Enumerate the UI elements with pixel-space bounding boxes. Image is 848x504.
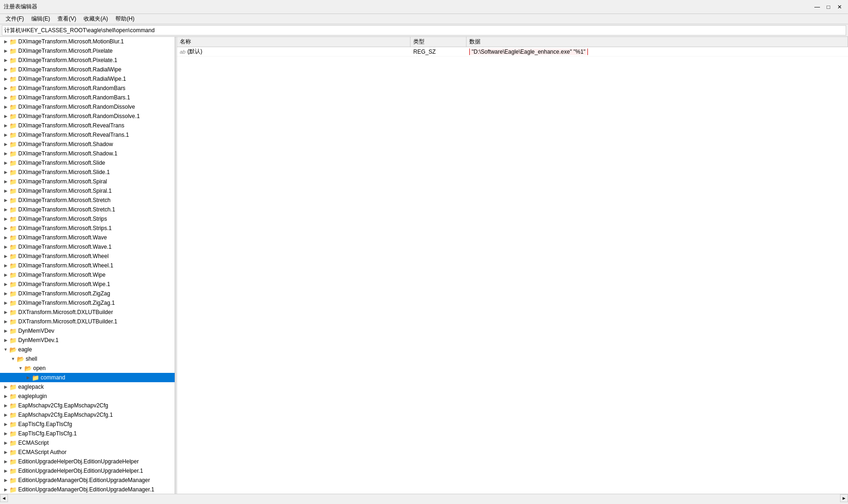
expand-icon[interactable]: ▶ bbox=[2, 140, 9, 148]
tree-item[interactable]: ▶📁DXImageTransform.Microsoft.Strips.1 bbox=[0, 224, 175, 233]
expand-icon[interactable]: ▶ bbox=[2, 47, 9, 55]
expand-icon[interactable]: ▶ bbox=[2, 66, 9, 73]
scroll-right-button[interactable]: ► bbox=[840, 494, 848, 502]
expand-icon[interactable]: ▶ bbox=[2, 280, 9, 288]
menu-favorites[interactable]: 收藏夹(A) bbox=[80, 14, 112, 24]
expand-icon[interactable]: ▶ bbox=[2, 38, 9, 45]
expand-icon[interactable]: ▶ bbox=[2, 271, 9, 279]
tree-item[interactable]: ▶📁DXTransform.Microsoft.DXLUTBuilder.1 bbox=[0, 317, 175, 326]
tree-item[interactable]: ▶📁DXImageTransform.Microsoft.Stretch.1 bbox=[0, 205, 175, 214]
expand-icon[interactable]: ▶ bbox=[2, 411, 9, 419]
bottom-scroll-bar[interactable]: ◄ ► bbox=[0, 494, 848, 502]
expand-icon[interactable]: ▶ bbox=[2, 187, 9, 195]
expand-icon[interactable]: ▶ bbox=[2, 131, 9, 139]
tree-item[interactable]: ▶📁DXImageTransform.Microsoft.Wipe bbox=[0, 270, 175, 280]
tree-item[interactable]: ▶📁EapTlsCfg.EapTlsCfg.1 bbox=[0, 429, 175, 438]
tree-item[interactable]: ▶📁DXImageTransform.Microsoft.Stretch bbox=[0, 196, 175, 205]
tree-item[interactable]: ▶📁DXImageTransform.Microsoft.Shadow.1 bbox=[0, 149, 175, 158]
expand-icon[interactable]: ▶ bbox=[2, 234, 9, 241]
tree-item[interactable]: ▶📁eagleplugin bbox=[0, 392, 175, 401]
expand-icon[interactable]: ▶ bbox=[2, 122, 9, 129]
collapse-icon[interactable]: ▼ bbox=[17, 364, 24, 372]
tree-item[interactable]: ▶📁DXImageTransform.Microsoft.Wheel bbox=[0, 252, 175, 261]
tree-item[interactable]: ▶📁eaglepack bbox=[0, 382, 175, 392]
tree-item[interactable]: ▶📁DXImageTransform.Microsoft.MotionBlur.… bbox=[0, 37, 175, 46]
tree-item[interactable]: ▶📁EditionUpgradeManagerObj.EditionUpgrad… bbox=[0, 476, 175, 485]
expand-icon[interactable]: ▶ bbox=[2, 262, 9, 269]
expand-icon[interactable]: ▶ bbox=[2, 112, 9, 120]
expand-icon[interactable]: ▶ bbox=[2, 467, 9, 475]
tree-item[interactable]: ▶📁EditionUpgradeManagerObj.EditionUpgrad… bbox=[0, 485, 175, 494]
close-button[interactable]: ✕ bbox=[835, 2, 844, 12]
expand-icon[interactable]: ▶ bbox=[2, 486, 9, 493]
tree-item[interactable]: ▶📁DXImageTransform.Microsoft.Strips bbox=[0, 214, 175, 224]
expand-icon[interactable]: ▶ bbox=[2, 75, 9, 83]
tree-item[interactable]: ▶📁DXImageTransform.Microsoft.Wave.1 bbox=[0, 242, 175, 252]
expand-icon[interactable]: ▶ bbox=[2, 215, 9, 223]
minimize-button[interactable]: — bbox=[813, 2, 822, 12]
tree-panel[interactable]: ▶📁DXImageTransform.Microsoft.MotionBlur.… bbox=[0, 37, 175, 494]
tree-item[interactable]: ▶📁DXImageTransform.Microsoft.Spiral bbox=[0, 177, 175, 186]
expand-icon[interactable]: ▶ bbox=[24, 374, 32, 381]
tree-item[interactable]: ▶📁DXImageTransform.Microsoft.RandomBars bbox=[0, 84, 175, 93]
expand-icon[interactable]: ▶ bbox=[2, 430, 9, 437]
expand-icon[interactable]: ▶ bbox=[2, 243, 9, 251]
expand-icon[interactable]: ▶ bbox=[2, 402, 9, 409]
tree-item[interactable]: ▶📁EapTlsCfg.EapTlsCfg bbox=[0, 420, 175, 429]
expand-icon[interactable]: ▶ bbox=[2, 94, 9, 101]
expand-icon[interactable]: ▶ bbox=[2, 458, 9, 465]
expand-icon[interactable]: ▶ bbox=[2, 327, 9, 335]
tree-item[interactable]: ▶📁DXImageTransform.Microsoft.Wipe.1 bbox=[0, 280, 175, 289]
scroll-left-button[interactable]: ◄ bbox=[0, 494, 8, 502]
collapse-icon[interactable]: ▼ bbox=[9, 355, 17, 363]
tree-item[interactable]: ▼📂shell bbox=[0, 354, 175, 364]
expand-icon[interactable]: ▶ bbox=[2, 159, 9, 167]
tree-item[interactable]: ▶📁DynMemVDev bbox=[0, 326, 175, 336]
tree-item[interactable]: ▶📁command bbox=[0, 373, 175, 382]
expand-icon[interactable]: ▶ bbox=[2, 439, 9, 447]
tree-item[interactable]: ▶📁EditionUpgradeHelperObj.EditionUpgrade… bbox=[0, 466, 175, 476]
tree-item[interactable]: ▼📂eagle bbox=[0, 345, 175, 354]
tree-item[interactable]: ▶📁DXImageTransform.Microsoft.RandomBars.… bbox=[0, 93, 175, 102]
expand-icon[interactable]: ▶ bbox=[2, 252, 9, 260]
menu-help[interactable]: 帮助(H) bbox=[112, 14, 138, 24]
expand-icon[interactable]: ▶ bbox=[2, 448, 9, 456]
tree-item[interactable]: ▶📁DXImageTransform.Microsoft.Slide bbox=[0, 158, 175, 168]
expand-icon[interactable]: ▶ bbox=[2, 56, 9, 64]
menu-file[interactable]: 文件(F) bbox=[2, 14, 28, 24]
expand-icon[interactable]: ▶ bbox=[2, 168, 9, 176]
menu-edit[interactable]: 编辑(E) bbox=[28, 14, 54, 24]
tree-item[interactable]: ▶📁ECMAScript Author bbox=[0, 448, 175, 457]
tree-item[interactable]: ▶📁DynMemVDev.1 bbox=[0, 336, 175, 345]
maximize-button[interactable]: □ bbox=[824, 2, 833, 12]
expand-icon[interactable]: ▶ bbox=[2, 224, 9, 232]
expand-icon[interactable]: ▶ bbox=[2, 299, 9, 307]
tree-item[interactable]: ▶📁EditionUpgradeHelperObj.EditionUpgrade… bbox=[0, 457, 175, 466]
tree-item[interactable]: ▶📁DXImageTransform.Microsoft.Pixelate bbox=[0, 46, 175, 56]
tree-item[interactable]: ▶📁DXImageTransform.Microsoft.RandomDisso… bbox=[0, 112, 175, 121]
tree-item[interactable]: ▶📁DXImageTransform.Microsoft.Wave bbox=[0, 233, 175, 242]
expand-icon[interactable]: ▶ bbox=[2, 383, 9, 391]
expand-icon[interactable]: ▶ bbox=[2, 196, 9, 204]
collapse-icon[interactable]: ▼ bbox=[2, 346, 9, 353]
expand-icon[interactable]: ▶ bbox=[2, 290, 9, 297]
tree-item[interactable]: ▼📂open bbox=[0, 364, 175, 373]
tree-item[interactable]: ▶📁DXImageTransform.Microsoft.Shadow bbox=[0, 140, 175, 149]
tree-item[interactable]: ▶📁DXImageTransform.Microsoft.ZigZag bbox=[0, 289, 175, 298]
tree-item[interactable]: ▶📁EapMschapv2Cfg.EapMschapv2Cfg.1 bbox=[0, 410, 175, 420]
tree-item[interactable]: ▶📁EapMschapv2Cfg.EapMschapv2Cfg bbox=[0, 401, 175, 410]
expand-icon[interactable]: ▶ bbox=[2, 150, 9, 157]
tree-item[interactable]: ▶📁DXTransform.Microsoft.DXLUTBuilder bbox=[0, 308, 175, 317]
registry-row[interactable]: ab(默认)REG_SZ"D:\Software\Eagle\Eagle_enh… bbox=[177, 47, 848, 56]
tree-item[interactable]: ▶📁DXImageTransform.Microsoft.Slide.1 bbox=[0, 168, 175, 177]
tree-item[interactable]: ▶📁DXImageTransform.Microsoft.RevealTrans… bbox=[0, 130, 175, 140]
expand-icon[interactable]: ▶ bbox=[2, 392, 9, 400]
expand-icon[interactable]: ▶ bbox=[2, 420, 9, 428]
menu-view[interactable]: 查看(V) bbox=[54, 14, 80, 24]
expand-icon[interactable]: ▶ bbox=[2, 318, 9, 325]
expand-icon[interactable]: ▶ bbox=[2, 308, 9, 316]
expand-icon[interactable]: ▶ bbox=[2, 103, 9, 111]
expand-icon[interactable]: ▶ bbox=[2, 178, 9, 185]
tree-item[interactable]: ▶📁DXImageTransform.Microsoft.Wheel.1 bbox=[0, 261, 175, 270]
right-content[interactable]: ab(默认)REG_SZ"D:\Software\Eagle\Eagle_enh… bbox=[177, 47, 848, 494]
